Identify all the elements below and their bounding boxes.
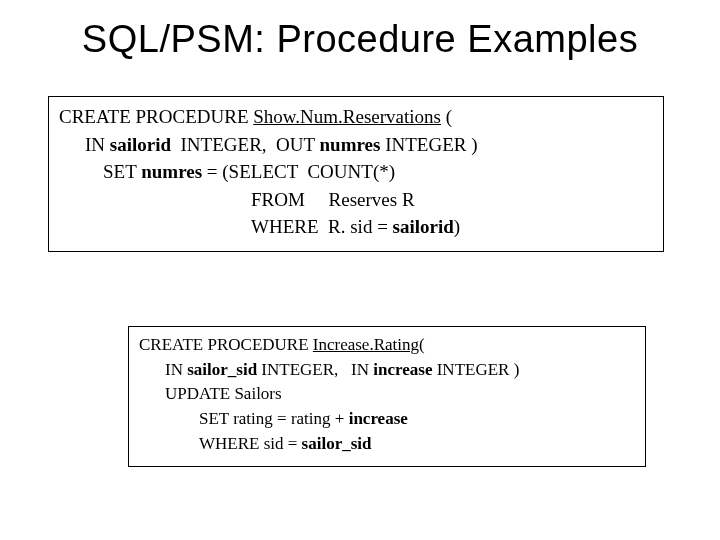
code-line: SET numres = (SELECT COUNT(*) — [103, 158, 653, 186]
text: IN — [165, 360, 187, 379]
code-box-1: CREATE PROCEDURE Show.Num.Reservations (… — [48, 96, 664, 252]
param: sailorid — [393, 216, 454, 237]
text: CREATE PROCEDURE — [59, 106, 253, 127]
text: SET rating = rating + — [199, 409, 349, 428]
code-box-2: CREATE PROCEDURE Increase.Rating( IN sai… — [128, 326, 646, 467]
code-line: WHERE sid = sailor_sid — [199, 432, 635, 457]
param: sailor_sid — [302, 434, 372, 453]
code-line: WHERE R. sid = sailorid) — [251, 213, 653, 241]
param: increase — [373, 360, 432, 379]
param: numres — [141, 161, 202, 182]
param: sailorid — [110, 134, 171, 155]
text: = (SELECT COUNT(*) — [202, 161, 395, 182]
text: ) — [454, 216, 460, 237]
code-line: CREATE PROCEDURE Show.Num.Reservations ( — [59, 103, 653, 131]
text: WHERE sid = — [199, 434, 302, 453]
text: CREATE PROCEDURE — [139, 335, 313, 354]
code-line: CREATE PROCEDURE Increase.Rating( — [139, 333, 635, 358]
code-line: UPDATE Sailors — [165, 382, 635, 407]
text: ( — [419, 335, 425, 354]
proc-name: Show.Num.Reservations — [253, 106, 441, 127]
text: INTEGER, IN — [257, 360, 373, 379]
page-title: SQL/PSM: Procedure Examples — [0, 18, 720, 61]
text: INTEGER ) — [380, 134, 477, 155]
text: IN — [85, 134, 110, 155]
text: FROM Reserves R — [251, 189, 415, 210]
param: increase — [349, 409, 408, 428]
code-line: IN sailor_sid INTEGER, IN increase INTEG… — [165, 358, 635, 383]
text: INTEGER ) — [432, 360, 519, 379]
text: INTEGER, OUT — [171, 134, 319, 155]
text: WHERE R. sid = — [251, 216, 393, 237]
param: numres — [320, 134, 381, 155]
code-line: FROM Reserves R — [251, 186, 653, 214]
text: SET — [103, 161, 141, 182]
param: sailor_sid — [187, 360, 257, 379]
text: UPDATE Sailors — [165, 384, 282, 403]
code-line: SET rating = rating + increase — [199, 407, 635, 432]
proc-name: Increase.Rating — [313, 335, 419, 354]
code-line: IN sailorid INTEGER, OUT numres INTEGER … — [85, 131, 653, 159]
text: ( — [441, 106, 452, 127]
